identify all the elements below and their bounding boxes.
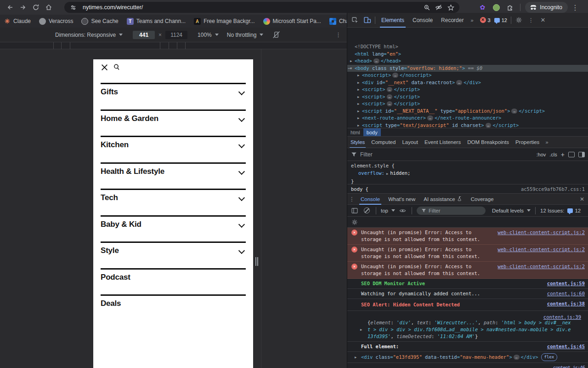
breadcrumb-html[interactable]: html [347, 128, 363, 136]
toggle-cls-button[interactable]: .cls [549, 152, 557, 157]
devtools-settings-gear-icon[interactable] [513, 14, 525, 26]
tree-expand-arrow-icon[interactable]: ▶ [357, 108, 359, 115]
inspect-element-icon[interactable] [349, 14, 361, 26]
dom-tree-row[interactable]: ▶<noscript>…</noscript> [347, 72, 588, 79]
viewport-height-input[interactable]: 1124 [165, 31, 187, 39]
tree-expand-arrow-icon[interactable]: ▶ [357, 80, 359, 87]
ellipsis-expand-button[interactable]: … [427, 115, 433, 121]
menu-close-icon[interactable] [101, 63, 108, 73]
styles-tab-event-listeners[interactable]: Event Listeners [421, 136, 464, 148]
site-settings-icon[interactable] [67, 2, 79, 12]
ellipsis-expand-button[interactable]: … [387, 87, 393, 92]
bookmark-star-icon[interactable] [445, 2, 457, 12]
tree-expand-arrow-icon[interactable]: ▶ [357, 86, 359, 94]
devtools-menu-icon[interactable]: ⋮ [525, 14, 537, 26]
console-tab-coverage[interactable]: Coverage [467, 194, 498, 205]
console-tab-what-s-new[interactable]: What's new [384, 194, 419, 205]
tree-expand-arrow-icon[interactable]: ▶ [357, 122, 359, 128]
tree-expand-arrow-icon[interactable]: ▶ [350, 58, 352, 65]
ellipsis-expand-button[interactable]: … [373, 58, 379, 63]
forward-icon[interactable] [17, 1, 29, 13]
styles-tab-dom-breakpoints[interactable]: DOM Breakpoints [464, 136, 512, 148]
console-tab-console[interactable]: Console [356, 194, 384, 205]
tab-console[interactable]: Console [408, 13, 437, 28]
tree-expand-arrow-icon[interactable]: ▼ [350, 65, 352, 73]
bookmark-item[interactable]: Microsoft Start Pa... [263, 18, 321, 25]
dom-tree-row[interactable]: <html lang="en"> [347, 51, 588, 58]
ellipsis-expand-button[interactable]: … [387, 94, 393, 99]
source-link[interactable]: web-client-content-script.js:2 [498, 263, 585, 270]
rotate-viewport-icon[interactable] [272, 31, 280, 39]
source-link[interactable]: content.js:59 [547, 280, 585, 287]
styles-tab-styles[interactable]: Styles [347, 136, 368, 148]
styles-tab-layout[interactable]: Layout [399, 136, 421, 148]
drawer-close-icon[interactable]: ✕ [577, 195, 587, 204]
puzzle-extensions-icon[interactable] [504, 2, 515, 13]
bookmark-item[interactable]: Veracross [39, 18, 73, 25]
menu-item-tech[interactable]: Tech [101, 189, 246, 215]
style-property-row[interactable]: overflow:▶hidden; [351, 169, 585, 178]
source-link[interactable]: web-client-content-script.js:2 [498, 246, 585, 253]
clear-console-icon[interactable] [362, 206, 371, 215]
tree-expand-arrow-icon[interactable]: ▶ [357, 115, 359, 122]
dimensions-select[interactable]: Dimensions: Responsive [55, 32, 123, 38]
viewport-width-input[interactable]: 441 [133, 31, 155, 39]
extension-flower-icon[interactable]: ✿ [477, 2, 488, 13]
console-settings-gear-icon[interactable] [350, 218, 359, 227]
source-link[interactable]: content.js:60 [547, 290, 585, 297]
ellipsis-expand-button[interactable]: … [514, 355, 520, 360]
menu-item-home-garden[interactable]: Home & Garden [101, 109, 246, 136]
dom-tree-row[interactable]: ▶<script>…</script> [347, 86, 588, 93]
bookmark-item[interactable]: TTeams and Chann... [127, 18, 186, 25]
console-filter-input[interactable]: Filter [417, 207, 486, 215]
omnibox[interactable]: nytimes.com/wirecutter/ [64, 2, 459, 13]
menu-item-style[interactable]: Style [101, 242, 246, 268]
breadcrumb-body[interactable]: body [363, 128, 381, 136]
more-tabs-chevron[interactable]: » [543, 139, 551, 145]
console-sidebar-icon[interactable] [350, 206, 359, 215]
css-source-link[interactable]: ac559cce9afb76b7.css:1 [521, 185, 585, 193]
source-link[interactable]: content.js:46 [553, 364, 585, 368]
menu-item-health-lifestyle[interactable]: Health & Lifestyle [101, 162, 246, 189]
tab-elements[interactable]: Elements [377, 13, 408, 28]
flex-adorner-badge[interactable]: flex [541, 353, 558, 361]
throttling-select[interactable]: No throttling [227, 32, 264, 38]
bookmark-item[interactable]: ✳Claude [4, 18, 31, 25]
dom-tree-row[interactable]: ▶<head>…</head> [347, 58, 588, 65]
sidebar-panel-icon[interactable] [578, 152, 585, 157]
issues-badge[interactable]: 12 [494, 17, 507, 23]
dom-tree-row[interactable]: ▶<script>…</script> [347, 100, 588, 108]
more-tabs-chevron[interactable]: » [468, 17, 476, 23]
body-rule[interactable]: ac559cce9afb76b7.css:1body { [347, 184, 588, 193]
menu-search-icon[interactable] [113, 63, 120, 73]
styles-tab-properties[interactable]: Properties [512, 136, 543, 148]
issues-counter[interactable]: 12 Issues: 12 [540, 208, 581, 213]
toggle-hov-button[interactable]: :hov [537, 152, 546, 157]
dom-tree-row[interactable]: ▶<script>…</script> [347, 93, 588, 101]
styles-filter-input[interactable]: Filter [360, 151, 373, 158]
menu-item-deals[interactable]: Deals [101, 294, 246, 321]
zoom-select[interactable]: 100% [198, 32, 219, 38]
rendering-emulation-icon[interactable] [568, 152, 575, 157]
ellipsis-expand-button[interactable]: … [456, 80, 462, 85]
tree-expand-arrow-icon[interactable]: ▶ [357, 101, 359, 108]
styles-tab-computed[interactable]: Computed [368, 136, 399, 148]
dom-tree-row[interactable]: ▶<next-route-announcer>…</next-route-ann… [347, 115, 588, 122]
chrome-menu-icon[interactable]: ⋮ [571, 1, 580, 13]
eye-live-expression-icon[interactable] [398, 206, 407, 215]
back-icon[interactable] [4, 1, 17, 13]
drawer-menu-icon[interactable]: ⋮ [347, 195, 356, 204]
element-style-selector[interactable]: element.style { [351, 162, 585, 169]
tree-expand-arrow-icon[interactable]: ▶ [357, 72, 359, 80]
menu-item-baby-kid[interactable]: Baby & Kid [101, 215, 246, 242]
source-link[interactable]: content.js:38 [547, 300, 585, 307]
home-icon[interactable] [42, 1, 55, 13]
new-style-rule-button[interactable]: + [561, 151, 565, 158]
source-link[interactable]: web-client-content-script.js:2 [498, 229, 585, 236]
dom-tree-row[interactable]: ▶<script type="text/javascript" id chars… [347, 122, 588, 128]
preview-hidden-eye-icon[interactable] [433, 2, 445, 12]
ellipsis-expand-button[interactable]: … [511, 109, 517, 114]
dom-tree-row[interactable]: ⋯▼<body class style="overflow: hidden;">… [347, 65, 588, 72]
tree-expand-arrow-icon[interactable]: ▶ [357, 94, 359, 101]
bookmark-item[interactable]: AFree Image Backgr... [194, 18, 254, 25]
